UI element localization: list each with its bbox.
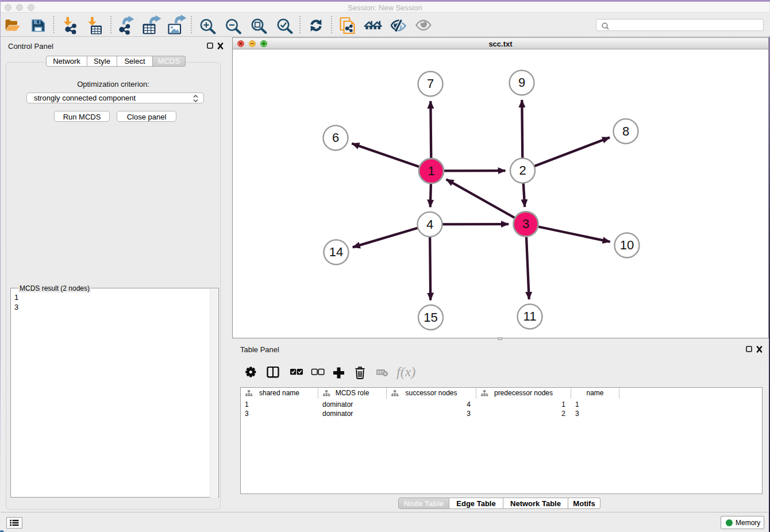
svg-text:1: 1 <box>428 164 434 178</box>
svg-text:f(x): f(x) <box>396 367 415 379</box>
svg-text:11: 11 <box>523 309 537 323</box>
svg-text:15: 15 <box>424 310 437 325</box>
svg-text:10: 10 <box>620 238 634 252</box>
svg-text:3: 3 <box>522 217 529 231</box>
svg-text:4: 4 <box>426 217 433 232</box>
svg-text:8: 8 <box>622 124 629 138</box>
svg-text:7: 7 <box>427 76 434 91</box>
svg-text:6: 6 <box>332 130 339 145</box>
svg-text:9: 9 <box>518 75 525 90</box>
svg-text:14: 14 <box>329 245 343 259</box>
svg-text:2: 2 <box>519 163 526 178</box>
